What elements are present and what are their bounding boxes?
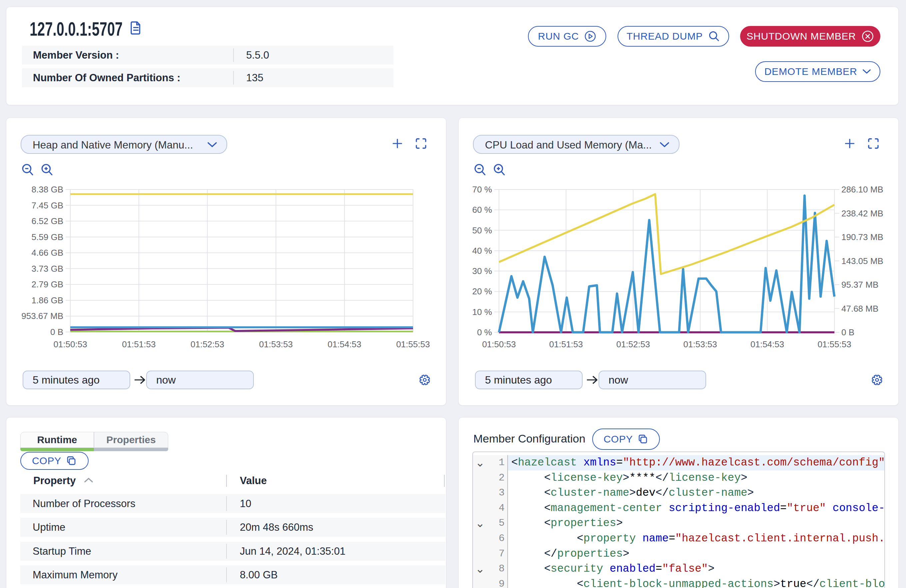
- svg-text:5.59 GB: 5.59 GB: [32, 232, 63, 242]
- svg-text:47.68 MB: 47.68 MB: [841, 304, 878, 314]
- svg-text:60 %: 60 %: [472, 205, 492, 215]
- svg-text:2.79 GB: 2.79 GB: [32, 279, 63, 289]
- svg-text:20 %: 20 %: [472, 286, 492, 296]
- svg-text:01:54:53: 01:54:53: [328, 339, 361, 349]
- svg-text:286.10 MB: 286.10 MB: [841, 185, 883, 194]
- svg-text:238.42 MB: 238.42 MB: [841, 209, 883, 218]
- svg-text:40 %: 40 %: [472, 246, 492, 256]
- svg-text:0 %: 0 %: [477, 327, 492, 337]
- svg-text:01:51:53: 01:51:53: [122, 339, 156, 349]
- svg-text:01:53:53: 01:53:53: [684, 339, 717, 349]
- svg-text:1.86 GB: 1.86 GB: [32, 295, 63, 305]
- svg-text:3.73 GB: 3.73 GB: [32, 264, 63, 274]
- svg-text:953.67 MB: 953.67 MB: [21, 311, 63, 321]
- svg-text:01:51:53: 01:51:53: [549, 339, 583, 349]
- svg-text:4.66 GB: 4.66 GB: [32, 248, 63, 258]
- svg-text:6.52 GB: 6.52 GB: [32, 216, 63, 226]
- svg-text:01:55:53: 01:55:53: [396, 339, 430, 349]
- svg-text:01:53:53: 01:53:53: [259, 339, 293, 349]
- svg-text:143.05 MB: 143.05 MB: [841, 256, 883, 266]
- svg-text:01:50:53: 01:50:53: [53, 339, 87, 349]
- svg-text:50 %: 50 %: [472, 225, 492, 236]
- svg-text:95.37 MB: 95.37 MB: [841, 280, 878, 290]
- svg-text:10 %: 10 %: [472, 307, 492, 317]
- svg-text:7.45 GB: 7.45 GB: [32, 201, 63, 210]
- svg-text:30 %: 30 %: [472, 266, 492, 276]
- svg-text:01:54:53: 01:54:53: [750, 339, 784, 349]
- svg-text:01:52:53: 01:52:53: [190, 339, 224, 349]
- svg-text:8.38 GB: 8.38 GB: [32, 185, 63, 194]
- svg-text:0 B: 0 B: [841, 327, 854, 337]
- svg-text:70 %: 70 %: [472, 185, 492, 194]
- svg-text:01:50:53: 01:50:53: [482, 339, 515, 349]
- svg-text:0 B: 0 B: [50, 327, 63, 337]
- svg-text:01:55:53: 01:55:53: [817, 339, 851, 349]
- svg-text:01:52:53: 01:52:53: [616, 339, 650, 349]
- svg-text:190.73 MB: 190.73 MB: [841, 232, 883, 242]
